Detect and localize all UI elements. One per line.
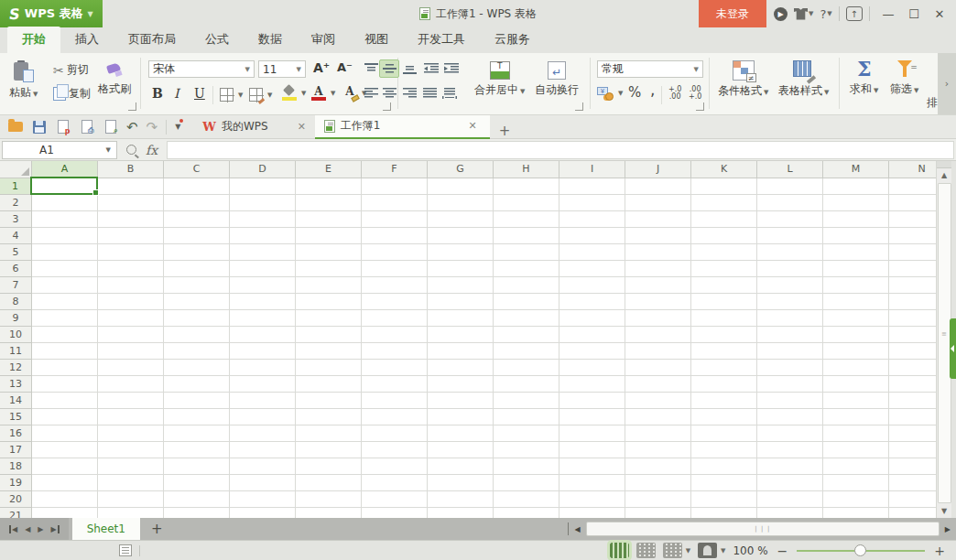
column-header-C[interactable]: C [164,161,230,178]
row-header-18[interactable]: 18 [0,458,32,475]
scroll-down-icon[interactable]: ▼ [937,504,951,518]
merge-center-button[interactable]: 合并居中▼ [474,61,525,98]
font-family-select[interactable]: 宋体▼ [148,60,255,78]
close-tab-icon[interactable]: ✕ [298,121,306,133]
column-header-I[interactable]: I [559,161,625,178]
ribbon-tab-4[interactable]: 数据 [244,27,297,53]
zoom-in-button[interactable]: + [932,544,947,558]
italic-button[interactable]: I [174,86,179,101]
insert-function-button[interactable]: fx [146,143,158,157]
conditional-format-button[interactable]: ≠ 条件格式▼ [718,60,768,99]
decrease-decimal-button[interactable]: .00+.0 [689,86,701,101]
row-header-16[interactable]: 16 [0,425,32,442]
paste-button[interactable]: 粘贴▼ [9,60,38,101]
add-sheet-button[interactable]: + [140,521,174,537]
row-header-3[interactable]: 3 [0,211,32,228]
row-header-5[interactable]: 5 [0,244,32,261]
comma-format-button[interactable]: , [650,86,655,93]
row-header-13[interactable]: 13 [0,376,32,393]
increase-decimal-button[interactable]: +.0.00 [668,86,681,101]
row-header-17[interactable]: 17 [0,442,32,458]
doc-tab-my-wps[interactable]: W 我的WPS ✕ [193,115,315,139]
font-color-button[interactable]: A▼ [311,86,335,101]
select-all-corner[interactable] [0,161,32,178]
last-sheet-icon[interactable]: ▶ [50,525,59,533]
column-header-E[interactable]: E [296,161,362,178]
help-button[interactable]: ?▼ [820,7,831,21]
bold-button[interactable]: B [152,86,163,101]
decrease-indent-button[interactable] [421,59,441,78]
draw-border-button[interactable]: ▼ [249,88,272,102]
column-header-M[interactable]: M [823,161,889,178]
zoom-out-button[interactable]: − [776,544,790,558]
row-header-15[interactable]: 15 [0,409,32,425]
underline-button[interactable]: U [194,86,205,101]
column-header-L[interactable]: L [757,161,823,178]
row-header-7[interactable]: 7 [0,277,32,294]
minimize-button[interactable]: — [875,0,901,27]
redo-button[interactable]: ↷ [147,119,158,135]
cut-button[interactable]: ✂ 剪切 [53,62,89,78]
align-bottom-button[interactable] [399,59,419,78]
column-header-N[interactable]: N [889,161,936,178]
column-header-G[interactable]: G [428,161,494,178]
export-pdf-button[interactable]: p [55,119,71,135]
ribbon-tab-8[interactable]: 云服务 [480,27,545,53]
row-header-8[interactable]: 8 [0,294,32,310]
borders-button[interactable]: ▼ [220,88,243,102]
scroll-right-icon[interactable]: ▶ [940,525,956,533]
wrap-text-button[interactable]: ↵ 自动换行 [535,61,579,98]
copy-button[interactable]: 复制 [53,86,91,102]
column-header-H[interactable]: H [494,161,559,178]
save-button[interactable] [31,119,47,135]
open-button[interactable] [7,119,23,135]
row-header-12[interactable]: 12 [0,360,32,376]
ribbon-scroll-right-button[interactable]: › [938,53,956,114]
cells-area[interactable] [32,178,936,518]
row-header-2[interactable]: 2 [0,195,32,211]
row-header-14[interactable]: 14 [0,393,32,409]
row-header-9[interactable]: 9 [0,310,32,327]
name-box[interactable]: A1 ▼ [2,141,117,159]
zoom-slider-knob[interactable] [854,544,866,556]
column-header-B[interactable]: B [98,161,164,178]
community-icon[interactable]: ▶ [774,7,788,21]
status-grid-icon[interactable] [119,544,132,556]
close-button[interactable]: ✕ [927,0,952,27]
ribbon-tab-3[interactable]: 公式 [190,27,244,53]
selected-cell-a1[interactable] [30,177,98,195]
row-header-21[interactable]: 21 [0,508,32,518]
row-header-4[interactable]: 4 [0,228,32,244]
row-header-11[interactable]: 11 [0,343,32,360]
new-document-tab-button[interactable]: + [490,123,520,139]
distributed-button[interactable] [440,84,460,102]
doc-tab-workbook1[interactable]: 工作簿1 ✕ [315,115,490,139]
close-tab-icon[interactable]: ✕ [469,120,477,132]
number-format-select[interactable]: 常规▼ [597,60,703,78]
sort-button-clipped[interactable]: 排 [927,95,938,111]
scroll-left-icon[interactable]: ◀ [569,525,585,533]
align-center-button[interactable] [379,84,399,102]
alignment-dialog-launcher-icon[interactable] [575,102,583,111]
align-middle-button[interactable] [379,59,399,78]
undo-button[interactable]: ↶ [126,119,138,135]
justify-button[interactable] [419,84,440,102]
view-page-layout-button[interactable]: ▼ [663,543,690,558]
format-painter-button[interactable]: 格式刷 [98,62,131,97]
formula-input[interactable] [167,141,954,159]
ribbon-tab-2[interactable]: 页面布局 [114,27,190,53]
next-sheet-icon[interactable]: ▶ [38,525,43,533]
view-normal-button[interactable] [610,543,629,558]
zoom-slider[interactable] [797,550,925,552]
maximize-button[interactable]: ☐ [901,0,927,27]
wps-app-menu-button[interactable]: S WPS 表格 ▼ [0,0,103,27]
row-header-10[interactable]: 10 [0,327,32,343]
view-fullscreen-button[interactable]: ▼ [698,543,725,558]
row-header-6[interactable]: 6 [0,261,32,277]
table-style-button[interactable]: 表格样式▼ [778,60,829,99]
filter-button[interactable]: = 筛选▼ [890,60,918,97]
currency-format-button[interactable]: ¥▼ [597,86,623,101]
sidebar-toggle-tab[interactable] [950,318,956,379]
column-header-K[interactable]: K [691,161,757,178]
ribbon-tab-6[interactable]: 视图 [350,27,403,53]
